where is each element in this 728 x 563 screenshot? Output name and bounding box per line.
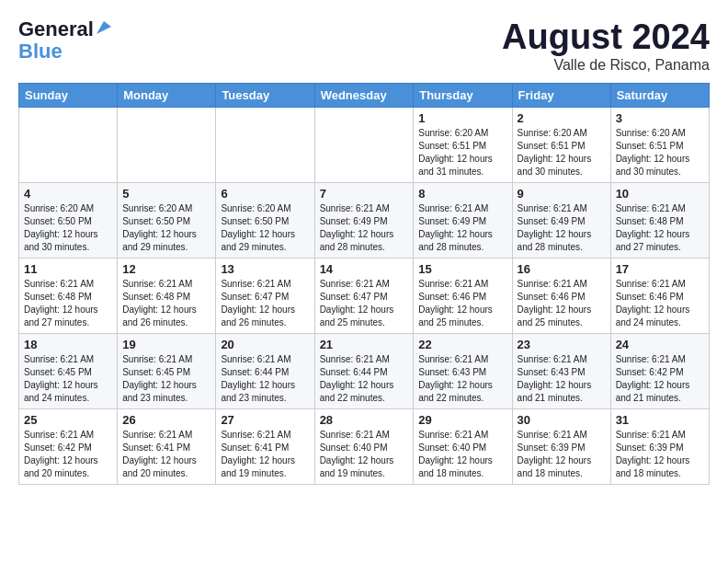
calendar-cell: 31Sunrise: 6:21 AM Sunset: 6:39 PM Dayli… (610, 408, 709, 484)
calendar-cell: 1Sunrise: 6:20 AM Sunset: 6:51 PM Daylig… (414, 107, 512, 182)
calendar-cell: 8Sunrise: 6:21 AM Sunset: 6:49 PM Daylig… (414, 182, 512, 258)
calendar-table: SundayMondayTuesdayWednesdayThursdayFrid… (18, 83, 710, 485)
calendar-cell: 20Sunrise: 6:21 AM Sunset: 6:44 PM Dayli… (216, 333, 314, 408)
day-info: Sunrise: 6:21 AM Sunset: 6:39 PM Dayligh… (616, 429, 704, 480)
day-info: Sunrise: 6:20 AM Sunset: 6:51 PM Dayligh… (616, 127, 704, 178)
calendar-cell: 19Sunrise: 6:21 AM Sunset: 6:45 PM Dayli… (118, 333, 216, 408)
day-number: 29 (418, 413, 506, 427)
calendar-cell: 21Sunrise: 6:21 AM Sunset: 6:44 PM Dayli… (314, 333, 414, 408)
day-info: Sunrise: 6:20 AM Sunset: 6:51 PM Dayligh… (518, 127, 606, 178)
day-info: Sunrise: 6:21 AM Sunset: 6:41 PM Dayligh… (221, 429, 309, 480)
day-info: Sunrise: 6:21 AM Sunset: 6:43 PM Dayligh… (518, 353, 606, 405)
location-subtitle: Valle de Risco, Panama (502, 57, 710, 74)
calendar-week-1: 1Sunrise: 6:20 AM Sunset: 6:51 PM Daylig… (19, 107, 710, 182)
logo-text-blue: Blue (18, 40, 63, 63)
day-number: 21 (320, 338, 409, 351)
day-info: Sunrise: 6:20 AM Sunset: 6:50 PM Dayligh… (24, 202, 112, 254)
day-number: 18 (24, 338, 112, 351)
day-number: 19 (122, 338, 210, 351)
day-info: Sunrise: 6:21 AM Sunset: 6:45 PM Dayligh… (122, 353, 210, 405)
day-info: Sunrise: 6:21 AM Sunset: 6:39 PM Dayligh… (518, 429, 606, 480)
logo-text-general: General (18, 18, 94, 40)
logo: General Blue (18, 18, 111, 63)
day-number: 23 (518, 338, 606, 351)
day-info: Sunrise: 6:21 AM Sunset: 6:41 PM Dayligh… (122, 429, 210, 480)
calendar-cell: 5Sunrise: 6:20 AM Sunset: 6:50 PM Daylig… (118, 182, 216, 258)
calendar-cell (118, 107, 216, 182)
day-number: 12 (122, 262, 210, 276)
calendar-week-5: 25Sunrise: 6:21 AM Sunset: 6:42 PM Dayli… (19, 408, 710, 484)
day-number: 3 (616, 111, 704, 125)
day-info: Sunrise: 6:21 AM Sunset: 6:42 PM Dayligh… (24, 429, 112, 480)
calendar-cell (216, 107, 314, 182)
calendar-cell: 18Sunrise: 6:21 AM Sunset: 6:45 PM Dayli… (19, 333, 118, 408)
calendar-cell: 7Sunrise: 6:21 AM Sunset: 6:49 PM Daylig… (314, 182, 414, 258)
day-number: 7 (320, 187, 409, 201)
day-info: Sunrise: 6:20 AM Sunset: 6:51 PM Dayligh… (418, 127, 506, 178)
day-number: 4 (24, 187, 112, 201)
day-info: Sunrise: 6:21 AM Sunset: 6:49 PM Dayligh… (518, 202, 606, 254)
day-info: Sunrise: 6:21 AM Sunset: 6:47 PM Dayligh… (221, 278, 309, 329)
day-number: 9 (518, 187, 606, 201)
weekday-header-wednesday: Wednesday (314, 83, 414, 107)
calendar-cell: 30Sunrise: 6:21 AM Sunset: 6:39 PM Dayli… (512, 408, 610, 484)
page-header: General Blue August 2024 Valle de Risco,… (18, 18, 710, 74)
day-number: 17 (616, 262, 704, 276)
calendar-cell: 13Sunrise: 6:21 AM Sunset: 6:47 PM Dayli… (216, 258, 314, 333)
day-number: 24 (616, 338, 704, 351)
day-number: 27 (221, 413, 309, 427)
calendar-cell: 28Sunrise: 6:21 AM Sunset: 6:40 PM Dayli… (314, 408, 414, 484)
weekday-header-monday: Monday (118, 83, 216, 107)
day-info: Sunrise: 6:21 AM Sunset: 6:48 PM Dayligh… (616, 202, 704, 254)
calendar-cell: 26Sunrise: 6:21 AM Sunset: 6:41 PM Dayli… (118, 408, 216, 484)
day-number: 20 (221, 338, 309, 351)
calendar-cell: 24Sunrise: 6:21 AM Sunset: 6:42 PM Dayli… (610, 333, 709, 408)
calendar-cell (19, 107, 118, 182)
day-info: Sunrise: 6:21 AM Sunset: 6:48 PM Dayligh… (24, 278, 112, 329)
day-info: Sunrise: 6:21 AM Sunset: 6:40 PM Dayligh… (418, 429, 506, 480)
day-info: Sunrise: 6:21 AM Sunset: 6:44 PM Dayligh… (221, 353, 309, 405)
day-number: 25 (24, 413, 112, 427)
calendar-week-2: 4Sunrise: 6:20 AM Sunset: 6:50 PM Daylig… (19, 182, 710, 258)
day-info: Sunrise: 6:21 AM Sunset: 6:49 PM Dayligh… (320, 202, 409, 254)
day-number: 8 (418, 187, 506, 201)
day-info: Sunrise: 6:20 AM Sunset: 6:50 PM Dayligh… (122, 202, 210, 254)
day-number: 15 (418, 262, 506, 276)
calendar-cell: 22Sunrise: 6:21 AM Sunset: 6:43 PM Dayli… (414, 333, 512, 408)
calendar-cell: 11Sunrise: 6:21 AM Sunset: 6:48 PM Dayli… (19, 258, 118, 333)
title-section: August 2024 Valle de Risco, Panama (502, 18, 710, 74)
day-number: 2 (518, 111, 606, 125)
day-info: Sunrise: 6:21 AM Sunset: 6:43 PM Dayligh… (418, 353, 506, 405)
svg-marker-0 (97, 21, 111, 34)
day-info: Sunrise: 6:21 AM Sunset: 6:46 PM Dayligh… (518, 278, 606, 329)
calendar-cell: 12Sunrise: 6:21 AM Sunset: 6:48 PM Dayli… (118, 258, 216, 333)
calendar-cell (314, 107, 414, 182)
day-number: 16 (518, 262, 606, 276)
day-number: 11 (24, 262, 112, 276)
calendar-cell: 3Sunrise: 6:20 AM Sunset: 6:51 PM Daylig… (610, 107, 709, 182)
month-year-title: August 2024 (502, 18, 710, 57)
calendar-cell: 23Sunrise: 6:21 AM Sunset: 6:43 PM Dayli… (512, 333, 610, 408)
day-info: Sunrise: 6:21 AM Sunset: 6:42 PM Dayligh… (616, 353, 704, 405)
day-number: 30 (518, 413, 606, 427)
calendar-cell: 4Sunrise: 6:20 AM Sunset: 6:50 PM Daylig… (19, 182, 118, 258)
day-number: 14 (320, 262, 409, 276)
day-number: 5 (122, 187, 210, 201)
day-info: Sunrise: 6:21 AM Sunset: 6:47 PM Dayligh… (320, 278, 409, 329)
weekday-header-tuesday: Tuesday (216, 83, 314, 107)
weekday-header-thursday: Thursday (414, 83, 512, 107)
day-number: 26 (122, 413, 210, 427)
day-info: Sunrise: 6:21 AM Sunset: 6:45 PM Dayligh… (24, 353, 112, 405)
calendar-cell: 25Sunrise: 6:21 AM Sunset: 6:42 PM Dayli… (19, 408, 118, 484)
day-number: 13 (221, 262, 309, 276)
calendar-week-4: 18Sunrise: 6:21 AM Sunset: 6:45 PM Dayli… (19, 333, 710, 408)
calendar-cell: 16Sunrise: 6:21 AM Sunset: 6:46 PM Dayli… (512, 258, 610, 333)
weekday-header-saturday: Saturday (610, 83, 709, 107)
day-number: 28 (320, 413, 409, 427)
calendar-header-row: SundayMondayTuesdayWednesdayThursdayFrid… (19, 83, 710, 107)
weekday-header-sunday: Sunday (19, 83, 118, 107)
day-info: Sunrise: 6:21 AM Sunset: 6:40 PM Dayligh… (320, 429, 409, 480)
calendar-cell: 6Sunrise: 6:20 AM Sunset: 6:50 PM Daylig… (216, 182, 314, 258)
day-info: Sunrise: 6:21 AM Sunset: 6:46 PM Dayligh… (616, 278, 704, 329)
day-info: Sunrise: 6:21 AM Sunset: 6:46 PM Dayligh… (418, 278, 506, 329)
